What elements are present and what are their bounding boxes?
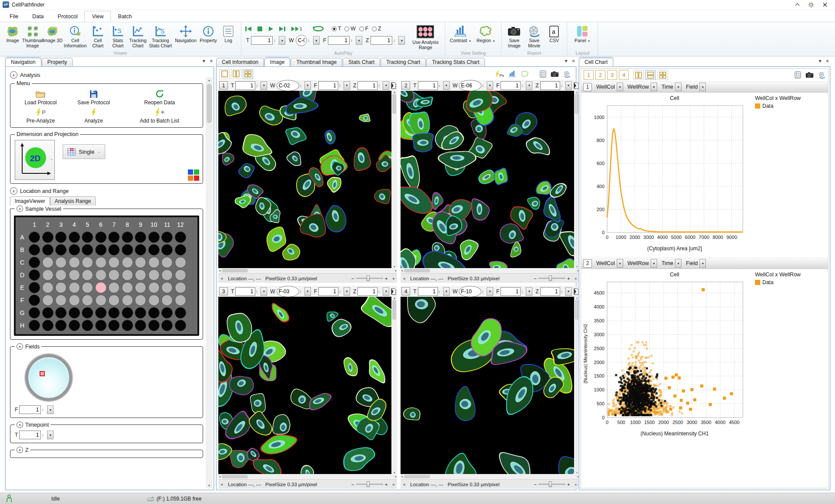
film-reel-icon[interactable] — [563, 70, 571, 78]
horizontal-scrollbar[interactable]: ◄► — [401, 268, 579, 273]
well-C7[interactable] — [108, 257, 120, 268]
timepoint-input[interactable] — [19, 431, 41, 439]
well-G8[interactable] — [122, 307, 133, 318]
well-H7[interactable] — [108, 320, 120, 331]
report-icon[interactable] — [540, 70, 546, 78]
f-input[interactable] — [318, 81, 338, 90]
pane-right-icon[interactable]: ► — [392, 276, 396, 281]
well-C10[interactable] — [148, 257, 160, 268]
pane-right-icon[interactable]: ► — [574, 482, 578, 487]
menu-data[interactable]: Data — [25, 11, 50, 22]
t-dropdown[interactable]: ▼ — [261, 287, 267, 296]
tab-stats-chart[interactable]: Stats Chart — [343, 58, 380, 66]
well-F1[interactable] — [29, 295, 40, 306]
well-B3[interactable] — [55, 244, 67, 255]
f-dropdown[interactable]: ▼ — [344, 287, 350, 296]
well-H11[interactable] — [161, 320, 173, 331]
well-E4[interactable] — [69, 282, 80, 293]
chart-layout-stacked-button[interactable] — [645, 70, 656, 80]
well-G4[interactable] — [69, 307, 80, 318]
well-C5[interactable] — [82, 257, 93, 268]
dimension-2d-button[interactable]: 2D ⌄ — [15, 140, 55, 180]
well-E10[interactable] — [148, 282, 160, 293]
w-spinner[interactable]: ▴▾ — [482, 84, 486, 87]
well-D1[interactable] — [29, 269, 40, 281]
z-input[interactable] — [357, 81, 377, 90]
well-B1[interactable] — [29, 244, 40, 255]
navigation-button[interactable]: Navigation — [173, 23, 198, 50]
w-spinner[interactable]: ▴▾ — [308, 39, 312, 42]
well-A6[interactable] — [95, 232, 107, 243]
wellcol-dropdown[interactable]: ▼ — [617, 83, 623, 91]
well-A4[interactable] — [69, 232, 80, 243]
collapse-icon[interactable]: ∧ — [17, 343, 23, 350]
well-A8[interactable] — [122, 232, 133, 243]
well-B4[interactable] — [69, 244, 80, 255]
well-A5[interactable] — [82, 232, 93, 243]
z-dropdown[interactable]: ▼ — [398, 36, 405, 45]
f-spinner[interactable]: ▴▾ — [351, 39, 354, 42]
loop-button[interactable] — [312, 25, 325, 32]
w-dropdown[interactable]: ▼ — [304, 81, 311, 90]
add-to-batch-list-button[interactable]: + Add to Batch List — [121, 107, 198, 124]
image-button[interactable]: Image — [3, 23, 23, 50]
microscopy-image[interactable] — [218, 91, 391, 268]
f-spinner[interactable]: ▴▾ — [339, 290, 343, 293]
pane-left-icon[interactable]: ◄ — [220, 276, 224, 281]
analyze-button[interactable]: Analyze — [67, 107, 121, 124]
tab-image[interactable]: Image — [264, 58, 290, 66]
well-F10[interactable] — [148, 295, 160, 306]
well-D3[interactable] — [55, 269, 67, 281]
w-dropdown[interactable]: ▼ — [313, 36, 320, 45]
analysis-section-header[interactable]: ∧ Analysis — [10, 71, 204, 79]
well-C6[interactable] — [95, 257, 107, 268]
pre-analyze-button[interactable]: P Pre-Analyze — [15, 107, 67, 124]
report-icon[interactable] — [795, 71, 801, 79]
well-G10[interactable] — [148, 307, 160, 318]
f-spinner[interactable]: ▴▾ — [339, 84, 343, 87]
cell-information-button[interactable]: Cell Information — [63, 23, 88, 50]
tracking-chart-button[interactable]: Tracking Chart — [128, 23, 148, 50]
tab-thumbnail-image[interactable]: Thumbnail Image — [291, 58, 342, 66]
horizontal-scrollbar[interactable]: ◄► — [401, 474, 579, 479]
well-H8[interactable] — [122, 320, 133, 331]
t-dropdown[interactable]: ▼ — [443, 287, 450, 296]
location-range-section-header[interactable]: ∧ Location and Range — [10, 187, 204, 195]
z-dropdown[interactable]: ▼ — [383, 287, 389, 296]
tab-navigation[interactable]: Navigation — [5, 58, 41, 66]
well-B8[interactable] — [122, 244, 133, 255]
menu-view[interactable]: View — [84, 11, 111, 22]
f-input[interactable] — [318, 287, 338, 296]
chart-3-button[interactable]: 3 — [607, 70, 617, 80]
log-button[interactable]: Log — [218, 23, 238, 50]
well-F2[interactable] — [42, 295, 53, 306]
well-E9[interactable] — [135, 282, 146, 293]
well-G6[interactable] — [95, 307, 107, 318]
menu-file[interactable]: File — [3, 11, 25, 22]
collapse-ribbon-icon[interactable] — [793, 1, 801, 8]
t-input[interactable] — [235, 287, 255, 296]
contrast-icon[interactable] — [508, 70, 516, 77]
close-icon[interactable] — [821, 1, 829, 8]
t-spinner[interactable]: ▴▾ — [439, 290, 442, 293]
flip-view-icon[interactable] — [574, 82, 579, 89]
wellcol-dropdown[interactable]: ▼ — [617, 259, 623, 268]
time-dropdown[interactable]: ▼ — [675, 259, 681, 268]
microscopy-image[interactable] — [218, 297, 391, 474]
w-dropdown[interactable]: ▼ — [304, 287, 311, 296]
autoplay-w-input[interactable] — [296, 35, 307, 46]
field-spinner[interactable]: ▴▾ — [42, 408, 46, 411]
horizontal-scrollbar[interactable]: ◄► — [218, 474, 397, 479]
vertical-scrollbar[interactable]: ▲▼ — [391, 91, 397, 268]
t-input[interactable] — [235, 81, 255, 90]
well-A12[interactable] — [175, 232, 186, 243]
zoom-out-button[interactable]: − — [534, 276, 537, 281]
layout-quad-button[interactable] — [243, 69, 253, 79]
well-D8[interactable] — [122, 269, 133, 281]
step-forward-button[interactable]: 1 — [289, 25, 304, 32]
well-D4[interactable] — [69, 269, 80, 281]
f-input[interactable] — [501, 287, 521, 296]
f-dropdown[interactable]: ▼ — [526, 287, 532, 296]
camera-icon[interactable] — [805, 72, 814, 78]
zoom-in-button[interactable]: + — [385, 276, 388, 281]
